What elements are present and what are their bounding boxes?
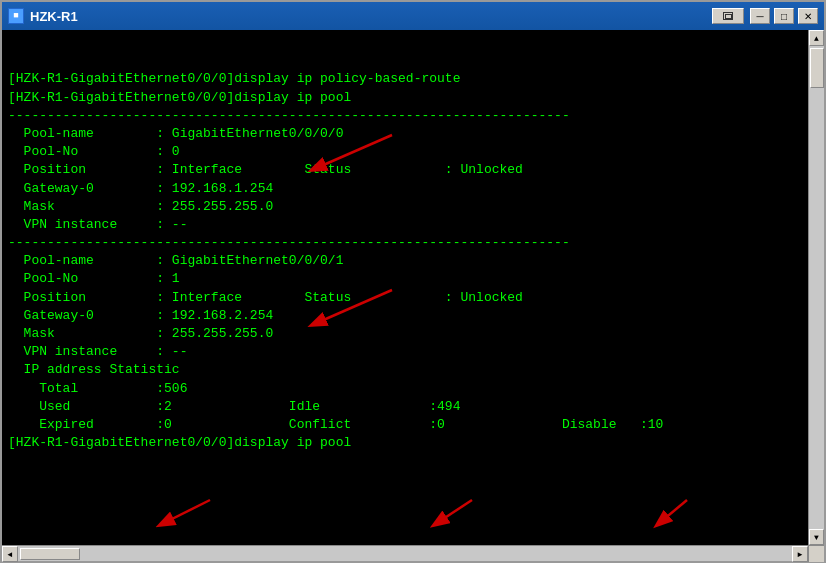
- terminal-line: Position : Interface Status : Unlocked: [8, 161, 802, 179]
- terminal-line: [HZK-R1-GigabitEthernet0/0/0]display ip …: [8, 434, 802, 452]
- scroll-track-v: [809, 46, 824, 529]
- close-button[interactable]: ✕: [798, 8, 818, 24]
- scroll-left-button[interactable]: ◄: [2, 546, 18, 562]
- terminal[interactable]: [HZK-R1-GigabitEthernet0/0/0]display ip …: [2, 30, 808, 545]
- scroll-thumb-v[interactable]: [810, 48, 824, 88]
- terminal-line: [HZK-R1-GigabitEthernet0/0/0]display ip …: [8, 89, 802, 107]
- minimize-button[interactable]: ─: [750, 8, 770, 24]
- horizontal-scrollbar-row: ◄ ►: [2, 545, 824, 561]
- scroll-up-button[interactable]: ▲: [809, 30, 824, 46]
- terminal-line: Total :506: [8, 380, 802, 398]
- terminal-line: Pool-name : GigabitEthernet0/0/0/1: [8, 252, 802, 270]
- terminal-line: Mask : 255.255.255.0: [8, 198, 802, 216]
- terminal-line: Expired :0 Conflict :0 Disable :10: [8, 416, 802, 434]
- terminal-line: Pool-No : 1: [8, 270, 802, 288]
- window-icon: ■: [8, 8, 24, 24]
- terminal-wrapper: [HZK-R1-GigabitEthernet0/0/0]display ip …: [2, 30, 808, 545]
- terminal-line: ----------------------------------------…: [8, 107, 802, 125]
- scroll-right-button[interactable]: ►: [792, 546, 808, 562]
- terminal-line: [HZK-R1-GigabitEthernet0/0/0]display ip …: [8, 70, 802, 88]
- vertical-scrollbar[interactable]: ▲ ▼: [808, 30, 824, 545]
- terminal-line: Gateway-0 : 192.168.2.254: [8, 307, 802, 325]
- scroll-thumb-h[interactable]: [20, 548, 80, 560]
- scrollbar-corner: [808, 546, 824, 562]
- terminal-line: VPN instance : --: [8, 216, 802, 234]
- content-area: [HZK-R1-GigabitEthernet0/0/0]display ip …: [2, 30, 824, 545]
- terminal-line: Mask : 255.255.255.0: [8, 325, 802, 343]
- window-controls: ─ □ ✕: [712, 8, 818, 24]
- terminal-line: IP address Statistic: [8, 361, 802, 379]
- maximize-button[interactable]: □: [774, 8, 794, 24]
- terminal-line: Position : Interface Status : Unlocked: [8, 289, 802, 307]
- window-title: HZK-R1: [30, 9, 712, 24]
- terminal-line: Pool-No : 0: [8, 143, 802, 161]
- titlebar: ■ HZK-R1 ─ □ ✕: [2, 2, 824, 30]
- terminal-line: Used :2 Idle :494: [8, 398, 802, 416]
- main-window: ■ HZK-R1 ─ □ ✕ [HZK-R1-GigabitEthernet0/…: [0, 0, 826, 563]
- terminal-line: Gateway-0 : 192.168.1.254: [8, 180, 802, 198]
- resize-icon: [712, 8, 744, 24]
- scroll-down-button[interactable]: ▼: [809, 529, 824, 545]
- terminal-line: ----------------------------------------…: [8, 234, 802, 252]
- scroll-track-h: [18, 546, 792, 561]
- terminal-line: Pool-name : GigabitEthernet0/0/0/0: [8, 125, 802, 143]
- terminal-line: VPN instance : --: [8, 343, 802, 361]
